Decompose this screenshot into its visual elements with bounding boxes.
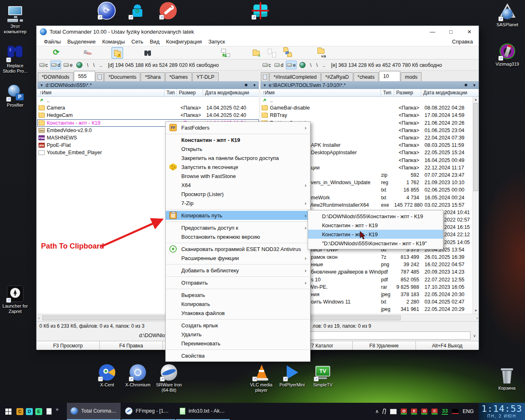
- desktop-icon-zapret[interactable]: ↗Launcher for Zapret: [0, 285, 30, 314]
- scroll-right-icon[interactable]: ›: [476, 315, 478, 321]
- quick-launch-overflow-icon[interactable]: »: [56, 406, 59, 412]
- tab-555[interactable]: 555: [74, 71, 95, 81]
- menu-item[interactable]: Browse with FastStone: [166, 171, 310, 180]
- root-button[interactable]: \: [85, 62, 90, 69]
- edit-list-button[interactable]: ≣✎: [82, 47, 93, 59]
- start-button[interactable]: [0, 403, 16, 420]
- tab-*#ZaRyaD[interactable]: *#ZaRyaD: [321, 72, 353, 81]
- column-header-4[interactable]: Дата модификации: [203, 89, 259, 96]
- menubar-item[interactable]: Вид: [146, 39, 163, 45]
- path-bar-left[interactable]: ▼ d:\DOWNlods\555\*.* ✱ ▼: [37, 81, 259, 89]
- quick-launch-C[interactable]: C: [16, 408, 23, 415]
- menubar-item[interactable]: Файлы: [41, 39, 64, 45]
- desktop-icon-recycle[interactable]: Корзина: [492, 367, 522, 391]
- folder-list-button[interactable]: ≡: [251, 47, 262, 59]
- history-dropdown-icon[interactable]: ▼: [472, 83, 476, 87]
- fkey-button[interactable]: F3 Просмотр: [37, 341, 100, 350]
- quick-launch-E[interactable]: E: [35, 408, 42, 415]
- desktop-icon-this-pc[interactable]: Этот компьютер: [0, 5, 30, 34]
- title-bar[interactable]: Total Commander 10.00 - Ustav fyziky kon…: [37, 26, 479, 37]
- filter-asterisk[interactable]: ✱: [464, 83, 468, 87]
- desktop-icon-top-sync[interactable]: ⟳↗: [92, 2, 121, 21]
- icon-tab[interactable]: [261, 72, 269, 81]
- menubar-item[interactable]: Выделение: [64, 39, 99, 45]
- tray-D-icon[interactable]: D: [421, 409, 427, 415]
- kb-view-button[interactable]: KB: [315, 47, 327, 59]
- tab-*cheats[interactable]: *cheats: [354, 72, 379, 81]
- menu-item[interactable]: Удалить: [166, 330, 310, 339]
- menu-item[interactable]: Расширенные функции›: [166, 253, 310, 262]
- minimize-button[interactable]: —: [423, 26, 442, 37]
- column-header-2[interactable]: Тип: [381, 89, 394, 96]
- file-row[interactable]: ..: [260, 97, 472, 104]
- drive-e-button[interactable]: e: [286, 61, 297, 69]
- tab-YT-DLP[interactable]: YT-DLP: [192, 72, 219, 81]
- column-header-3[interactable]: Размер: [177, 89, 203, 96]
- desktop-icon-replace-studio[interactable]: ↗Replace Studio Pro...: [0, 44, 30, 74]
- menu-item[interactable]: Сканировать программой ESET NOD32 Antivi…: [166, 244, 310, 253]
- path-dropdown-icon[interactable]: ▼: [40, 83, 43, 87]
- binoculars-button[interactable]: [142, 47, 153, 59]
- menu-item[interactable]: Просмотр (Lister): [166, 189, 310, 199]
- column-header-2[interactable]: Тип: [164, 89, 177, 96]
- menu-item[interactable]: D:\DOWNlods\555\Константин - жпт - К19: [308, 212, 443, 221]
- file-row[interactable]: Camera<Папка>14.04.2025 02:40: [37, 104, 259, 112]
- desktop-icon-vlc[interactable]: ↗VLC media player: [247, 363, 276, 393]
- menubar-item[interactable]: Запуск: [205, 39, 228, 45]
- drive-c-button[interactable]: c: [261, 61, 272, 69]
- refresh-button[interactable]: ⟳: [51, 47, 63, 59]
- parent-dir-button[interactable]: ..: [321, 62, 327, 69]
- menu-item[interactable]: Открыть: [166, 144, 310, 153]
- tray-badge[interactable]: 33: [442, 408, 447, 415]
- task-button-ffmpeg[interactable]: FFmpeg - [124] :: П...: [121, 403, 175, 420]
- file-row[interactable]: RBTray<Папка>17.08.2024 14:59: [260, 112, 472, 119]
- menu-item[interactable]: Отправить›: [166, 278, 310, 287]
- menu-item[interactable]: Переименовать: [166, 339, 310, 348]
- maximize-button[interactable]: □: [442, 26, 460, 37]
- menu-item[interactable]: 7-Zip›: [166, 199, 310, 208]
- network-globe-icon[interactable]: [299, 62, 306, 68]
- desktop-icon-x-chromium[interactable]: ↗X-Chromium: [123, 363, 153, 388]
- tray-chevron-icon[interactable]: ∧: [375, 409, 379, 414]
- root-button[interactable]: \: [91, 62, 96, 69]
- tab-*DOWNlods[interactable]: *DOWNlods: [38, 72, 73, 81]
- folder-warning-button[interactable]: !: [112, 47, 123, 59]
- file-row[interactable]: GameBar-disable<Папка>08.08.2022 04:28: [260, 104, 472, 112]
- black-square-tray-icon[interactable]: [452, 409, 459, 414]
- file-row[interactable]: HedgeCam<Папка>14.04.2025 02:40: [37, 112, 259, 119]
- fkey-button[interactable]: F4 Правка: [100, 341, 163, 350]
- tab-*Documents[interactable]: *Documents: [104, 72, 140, 81]
- menu-item[interactable]: Закрепить на панели быстрого доступа: [166, 153, 310, 162]
- scroll-up-icon[interactable]: ▲: [473, 97, 479, 103]
- menu-item[interactable]: Константин - жпт - К19: [166, 135, 310, 144]
- task-button-akelpad[interactable]: info10.txt - AkelPad: [176, 403, 230, 420]
- menubar-item[interactable]: Сеть: [128, 39, 146, 45]
- paperclip-tray-icon[interactable]: [382, 408, 387, 414]
- desktop-icon-top-target[interactable]: ↗: [246, 2, 275, 21]
- notepad-quick-icon[interactable]: [46, 408, 52, 415]
- menu-help[interactable]: Справка: [452, 39, 475, 45]
- menu-item[interactable]: Добавить в библиотеку›: [166, 266, 310, 275]
- quick-launch-D[interactable]: D: [26, 408, 33, 415]
- menu-item[interactable]: Копировать: [166, 299, 310, 308]
- fkey-button[interactable]: Alt+F4 Выход: [416, 341, 479, 350]
- tray-C-icon[interactable]: C: [431, 409, 438, 415]
- column-header-1[interactable]: ↑Имя: [260, 89, 381, 96]
- menu-item[interactable]: Запустить в песочнице: [166, 162, 310, 171]
- close-button[interactable]: ✕: [460, 26, 479, 37]
- desktop-icon-proxifier[interactable]: P↗Proxifier: [0, 84, 30, 108]
- file-row[interactable]: ..: [37, 97, 259, 104]
- drive-d-button[interactable]: d: [50, 61, 61, 69]
- desktop-icon-top-wrench[interactable]: ↗: [153, 2, 183, 21]
- path-bar-right[interactable]: ▼ e:\BACKUP\TOOLS\win 7-10\10\*.* ✱ ▼: [260, 81, 479, 89]
- menu-item[interactable]: Вырезать: [166, 290, 310, 299]
- fkey-button[interactable]: F8 Удаление: [353, 341, 416, 350]
- parent-dir-button[interactable]: ..: [98, 62, 104, 69]
- scrollbar-thumb[interactable]: [42, 315, 178, 320]
- swap-panels-button[interactable]: ⇆: [220, 47, 231, 59]
- menu-item[interactable]: Копировать путь›: [166, 211, 310, 220]
- tab-*Games[interactable]: *Games: [165, 72, 192, 81]
- desktop-icon-top-android[interactable]: ⚙↗: [123, 2, 152, 21]
- desktop-icon-vizimag[interactable]: ↗Vizimag319: [493, 43, 522, 67]
- column-header-4[interactable]: Дата модификации: [421, 89, 479, 96]
